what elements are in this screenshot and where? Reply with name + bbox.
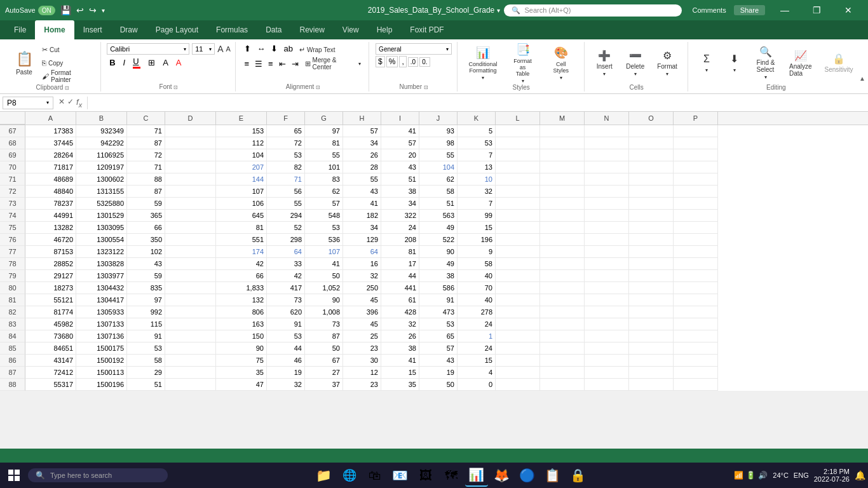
cell[interactable] [674,173,718,186]
cell[interactable]: 23 [343,342,381,355]
cell[interactable] [496,355,540,367]
cell[interactable] [674,125,718,137]
cell[interactable]: 38 [419,270,458,282]
cell[interactable]: 163 [216,318,267,330]
cell[interactable]: 144 [216,173,267,186]
cell[interactable]: 174 [216,246,267,258]
cell[interactable]: 20 [381,149,419,161]
cell[interactable]: 37445 [25,137,76,149]
analyze-data-btn[interactable]: 📈 AnalyzeData [784,43,817,83]
cell[interactable] [165,318,216,330]
comments-btn[interactable]: Comments [687,5,731,15]
table-row[interactable]: 751328213030956681525334244915 [0,222,868,234]
cell[interactable] [629,210,674,222]
tab-insert[interactable]: Insert [74,20,111,39]
cell[interactable] [540,161,585,173]
cell[interactable]: 40 [458,270,496,282]
cell[interactable]: 57 [419,342,458,355]
tab-draw[interactable]: Draw [111,20,147,39]
cell[interactable] [674,355,718,367]
cell[interactable]: 473 [419,306,458,318]
cell[interactable]: 43 [127,258,165,270]
cell[interactable]: 1,052 [305,282,343,294]
cell[interactable] [674,306,718,318]
decrease-font-btn[interactable]: A [226,45,230,53]
cell[interactable] [540,330,585,342]
cell[interactable] [540,222,585,234]
tab-help[interactable]: Help [368,20,402,39]
cell[interactable] [674,137,718,149]
network-icon[interactable]: 📶 [734,471,743,480]
cell[interactable]: 365 [127,210,165,222]
cell[interactable] [165,306,216,318]
cell[interactable]: 48840 [25,186,76,198]
cell[interactable]: 64 [343,246,381,258]
cell[interactable]: 47 [216,379,267,391]
table-row[interactable]: 792912713039775966425032443840 [0,270,868,282]
cell[interactable] [629,294,674,306]
cell[interactable]: 1500192 [76,355,127,367]
comma-btn[interactable]: , [399,56,406,67]
cell[interactable] [165,161,216,173]
cell[interactable]: 50 [419,379,458,391]
cell[interactable]: 102 [127,246,165,258]
cell[interactable] [629,149,674,161]
cell[interactable]: 66 [216,270,267,282]
cell[interactable] [165,270,216,282]
cell[interactable]: 91 [419,294,458,306]
cell[interactable]: 72412 [25,367,76,379]
cell[interactable] [496,173,540,186]
cell[interactable]: 71 [127,125,165,137]
cell[interactable] [540,306,585,318]
cell[interactable]: 87153 [25,246,76,258]
cell[interactable] [496,342,540,355]
cell[interactable]: 51 [381,173,419,186]
cell[interactable]: 41 [305,258,343,270]
table-row[interactable]: 707181712091977120782101284310413 [0,161,868,173]
cell[interactable]: 18273 [25,282,76,294]
cell[interactable]: 107 [216,186,267,198]
cell[interactable] [585,186,629,198]
cell[interactable]: 30 [343,355,381,367]
cell[interactable]: 51 [127,379,165,391]
cell[interactable]: 13 [458,161,496,173]
cell[interactable] [165,149,216,161]
cell[interactable]: 34 [343,222,381,234]
cell[interactable]: 17383 [25,125,76,137]
cell[interactable]: 70 [458,282,496,294]
cell[interactable]: 806 [216,306,267,318]
cell[interactable]: 42 [267,270,305,282]
cell[interactable] [165,342,216,355]
cell[interactable]: 28264 [25,149,76,161]
cell[interactable]: 71 [127,161,165,173]
table-row[interactable]: 8155121130441797132739045619140 [0,294,868,306]
col-header-l[interactable]: L [496,112,540,125]
cell[interactable]: 208 [381,234,419,246]
increase-decimal-btn[interactable]: .0 [408,57,418,67]
cell[interactable] [165,125,216,137]
cell[interactable]: 87 [127,137,165,149]
cell[interactable] [496,246,540,258]
cell[interactable]: 16 [343,258,381,270]
tab-data[interactable]: Data [257,20,290,39]
table-row[interactable]: 858465115001755390445023385724 [0,342,868,355]
align-top-btn[interactable]: ⬆ [242,43,253,56]
cell[interactable]: 207 [216,161,267,173]
undo-icon[interactable]: ↩ [76,5,84,15]
cell[interactable] [674,186,718,198]
cell[interactable]: 43147 [25,355,76,367]
cell[interactable] [674,149,718,161]
notification-btn[interactable]: 🔔 [855,470,865,480]
font-name-dropdown[interactable]: Calibri ▾ [107,43,189,55]
cell[interactable]: 53 [127,342,165,355]
cell[interactable]: 278 [458,306,496,318]
cell[interactable]: 44991 [25,210,76,222]
cell[interactable]: 81 [216,222,267,234]
cell[interactable]: 1303095 [76,222,127,234]
cell[interactable]: 65 [267,125,305,137]
cell[interactable]: 10 [458,173,496,186]
conditional-formatting-btn[interactable]: 📊 ConditionalFormatting ▾ [464,43,503,83]
tab-review[interactable]: Review [290,20,333,39]
cell[interactable]: 29127 [25,270,76,282]
cell[interactable]: 298 [267,234,305,246]
